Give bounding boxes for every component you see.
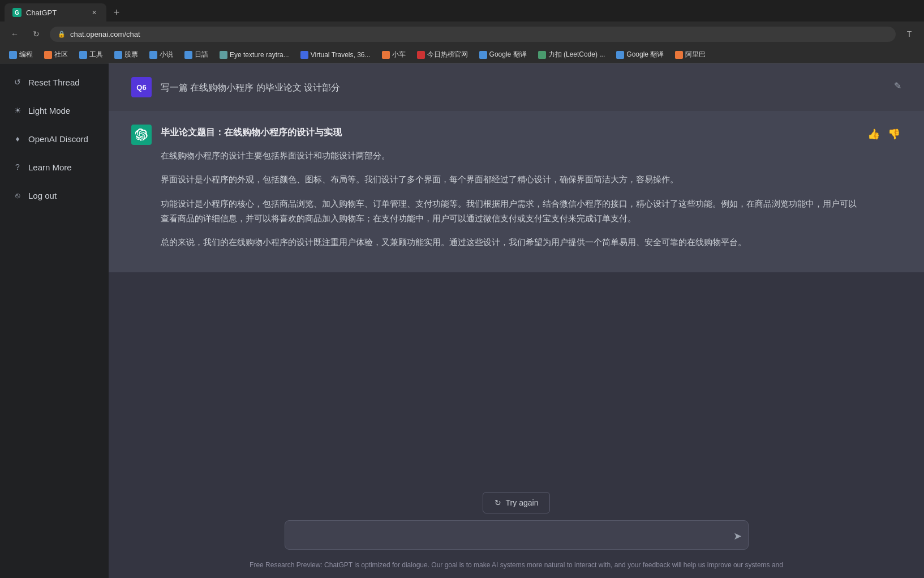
bookmark-icon bbox=[184, 51, 192, 59]
url-bar[interactable]: 🔒 chat.openai.com/chat bbox=[50, 27, 896, 42]
bookmark-item[interactable]: Google 翻译 bbox=[612, 49, 668, 61]
bookmark-label: Eye texture raytra... bbox=[230, 51, 289, 59]
bookmark-label: 日語 bbox=[195, 50, 208, 59]
bookmark-label: Virtual Travels, 36... bbox=[311, 51, 371, 59]
log-out-label: Log out bbox=[28, 191, 57, 200]
openai-discord-label: OpenAI Discord bbox=[28, 134, 88, 144]
feedback-buttons: 👍 👎 bbox=[866, 125, 901, 142]
answer-block: 毕业论文题目：在线购物小程序的设计与实现 在线购物小程序的设计主要包括界面设计和… bbox=[109, 111, 924, 272]
sidebar-item-reset-thread[interactable]: ↺Reset Thread bbox=[3, 69, 105, 95]
bookmark-label: 今日热榜官网 bbox=[427, 50, 468, 59]
tab-favicon: G bbox=[12, 8, 22, 17]
light-mode-icon: ☀ bbox=[12, 105, 23, 115]
bookmark-icon bbox=[44, 51, 52, 59]
bottom-area: ↻ Try again ➤ Free Research Preview: Cha… bbox=[109, 483, 924, 578]
bookmark-item[interactable]: Virtual Travels, 36... bbox=[296, 50, 375, 60]
url-text: chat.openai.com/chat bbox=[70, 30, 140, 38]
bookmark-icon bbox=[220, 51, 227, 59]
bookmark-item[interactable]: 阿里巴 bbox=[671, 49, 710, 61]
bookmark-icon bbox=[675, 51, 683, 59]
bookmark-icon bbox=[9, 51, 17, 59]
refresh-button[interactable]: ↻ bbox=[28, 26, 44, 42]
bookmark-item[interactable]: 力扣 (LeetCode) ... bbox=[534, 49, 610, 61]
light-mode-label: Light Mode bbox=[28, 106, 70, 115]
bookmark-label: 股票 bbox=[124, 50, 138, 59]
edit-button[interactable]: ✎ bbox=[894, 77, 901, 91]
try-again-label: Try again bbox=[506, 498, 539, 507]
question-text: 写一篇 在线购物小程序 的毕业论文 设计部分 bbox=[161, 77, 885, 95]
bookmark-item[interactable]: 股票 bbox=[110, 49, 143, 61]
bookmark-label: 力扣 (LeetCode) ... bbox=[548, 50, 605, 59]
answer-content: 毕业论文题目：在线购物小程序的设计与实现 在线购物小程序的设计主要包括界面设计和… bbox=[161, 125, 857, 259]
try-again-button[interactable]: ↻ Try again bbox=[483, 492, 551, 513]
bookmark-label: 小车 bbox=[392, 50, 406, 59]
learn-more-icon: ? bbox=[12, 162, 23, 172]
browser-chrome: G ChatGPT ✕ + ← ↻ 🔒 chat.openai.com/chat… bbox=[0, 0, 924, 63]
bookmark-label: 小说 bbox=[160, 50, 173, 59]
tab-bar: G ChatGPT ✕ + bbox=[0, 0, 924, 22]
bookmark-item[interactable]: 社区 bbox=[40, 49, 72, 61]
disclaimer-text: Free Research Preview: ChatGPT is optimi… bbox=[250, 559, 783, 573]
bookmark-item[interactable]: Eye texture raytra... bbox=[215, 50, 294, 60]
bookmark-item[interactable]: 工具 bbox=[75, 49, 108, 61]
answer-para-3: 功能设计是小程序的核心，包括商品浏览、加入购物车、订单管理、支付功能等。我们根据… bbox=[161, 196, 857, 226]
thumbup-button[interactable]: 👍 bbox=[866, 127, 881, 142]
learn-more-label: Learn More bbox=[28, 162, 72, 172]
bookmark-label: 社区 bbox=[54, 50, 68, 59]
bookmark-icon bbox=[417, 51, 425, 59]
back-button[interactable]: ← bbox=[7, 26, 23, 42]
bookmark-item[interactable]: 小说 bbox=[145, 49, 178, 61]
chatgpt-avatar bbox=[131, 125, 152, 145]
sidebar: ↺Reset Thread☀Light Mode♦OpenAI Discord?… bbox=[0, 63, 109, 578]
chat-area: Q6 写一篇 在线购物小程序 的毕业论文 设计部分 ✎ 毕业论文题目：在线购物小… bbox=[109, 63, 924, 483]
input-area: ➤ bbox=[285, 520, 749, 552]
bookmark-item[interactable]: 小车 bbox=[377, 49, 410, 61]
bookmark-icon bbox=[616, 51, 624, 59]
bookmarks-bar: 编程社区工具股票小说日語Eye texture raytra...Virtual… bbox=[0, 46, 924, 63]
tab-close-button[interactable]: ✕ bbox=[89, 8, 98, 17]
answer-para-4: 总的来说，我们的在线购物小程序的设计既注重用户体验，又兼顾功能实用。通过这些设计… bbox=[161, 235, 857, 250]
tab-title: ChatGPT bbox=[26, 8, 57, 17]
answer-para-1: 在线购物小程序的设计主要包括界面设计和功能设计两部分。 bbox=[161, 148, 857, 163]
chat-input[interactable] bbox=[285, 520, 749, 550]
lock-icon: 🔒 bbox=[58, 31, 66, 38]
bookmark-icon bbox=[479, 51, 487, 59]
bookmark-icon bbox=[114, 51, 122, 59]
sidebar-item-log-out[interactable]: ⎋Log out bbox=[3, 182, 105, 208]
bookmark-icon bbox=[149, 51, 157, 59]
sidebar-item-light-mode[interactable]: ☀Light Mode bbox=[3, 97, 105, 123]
user-avatar: Q6 bbox=[131, 77, 152, 97]
answer-title: 毕业论文题目：在线购物小程序的设计与实现 bbox=[161, 125, 857, 140]
bookmark-item[interactable]: Google 翻译 bbox=[475, 49, 531, 61]
answer-para-2: 界面设计是小程序的外观，包括颜色、图标、布局等。我们设计了多个界面，每个界面都经… bbox=[161, 172, 857, 187]
new-tab-button[interactable]: + bbox=[109, 5, 124, 20]
app-layout: ↺Reset Thread☀Light Mode♦OpenAI Discord?… bbox=[0, 63, 924, 578]
bookmark-icon bbox=[79, 51, 87, 59]
active-tab[interactable]: G ChatGPT ✕ bbox=[5, 3, 106, 22]
log-out-icon: ⎋ bbox=[12, 190, 23, 200]
translate-button[interactable]: T bbox=[901, 26, 917, 42]
sidebar-item-openai-discord[interactable]: ♦OpenAI Discord bbox=[3, 126, 105, 152]
openai-discord-icon: ♦ bbox=[12, 134, 23, 144]
bookmark-item[interactable]: 日語 bbox=[180, 49, 213, 61]
bookmark-label: 编程 bbox=[19, 50, 33, 59]
thumbdown-button[interactable]: 👎 bbox=[887, 127, 901, 142]
bookmark-label: 工具 bbox=[89, 50, 103, 59]
bookmark-label: Google 翻译 bbox=[626, 50, 664, 59]
bookmark-label: Google 翻译 bbox=[489, 50, 527, 59]
question-block: Q6 写一篇 在线购物小程序 的毕业论文 设计部分 ✎ bbox=[109, 63, 924, 111]
address-bar: ← ↻ 🔒 chat.openai.com/chat T bbox=[0, 22, 924, 46]
main-content: Q6 写一篇 在线购物小程序 的毕业论文 设计部分 ✎ 毕业论文题目：在线购物小… bbox=[109, 63, 924, 578]
bookmark-label: 阿里巴 bbox=[685, 50, 706, 59]
bookmark-item[interactable]: 编程 bbox=[5, 49, 37, 61]
bookmark-icon bbox=[538, 51, 546, 59]
send-button[interactable]: ➤ bbox=[733, 530, 742, 542]
reset-thread-icon: ↺ bbox=[12, 77, 23, 87]
bookmark-icon bbox=[382, 51, 390, 59]
retry-icon: ↻ bbox=[495, 498, 501, 507]
reset-thread-label: Reset Thread bbox=[28, 78, 80, 87]
sidebar-item-learn-more[interactable]: ?Learn More bbox=[3, 154, 105, 180]
bookmark-icon bbox=[300, 51, 308, 59]
bookmark-item[interactable]: 今日热榜官网 bbox=[412, 49, 472, 61]
